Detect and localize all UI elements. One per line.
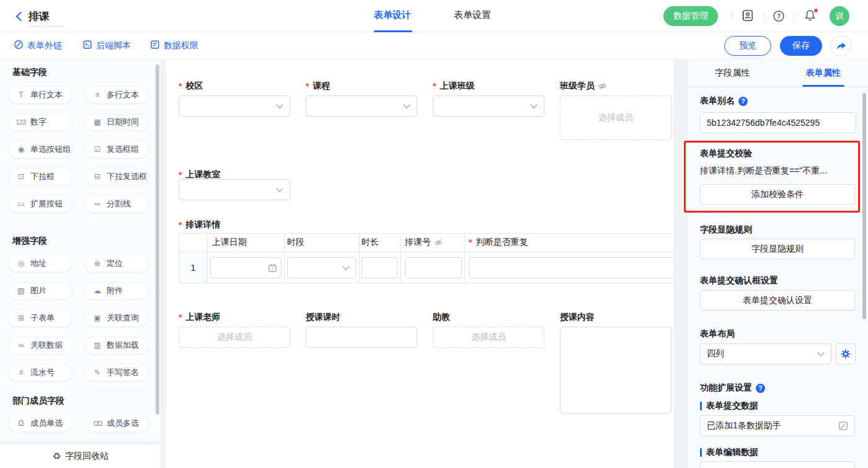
calendar-icon: 7	[268, 263, 277, 273]
preview-button[interactable]: 预览	[724, 36, 771, 56]
duration-input[interactable]	[361, 257, 397, 278]
field-pill-multi-line-text[interactable]: ≡多行文本	[84, 86, 149, 104]
schedule-no-input[interactable]	[405, 257, 462, 278]
submit-confirm-button[interactable]: 表单提交确认设置	[700, 290, 855, 311]
panel-scrollbar[interactable]	[862, 93, 866, 319]
back-button[interactable]	[14, 11, 26, 23]
field-pill-location[interactable]: ⊕定位	[84, 255, 149, 272]
notification-dot	[813, 8, 818, 13]
sidebar-scrollbar[interactable]	[156, 64, 159, 415]
data-manage-button[interactable]: 数据管理	[663, 6, 718, 26]
external-link-button[interactable]: 表单外链	[14, 40, 62, 51]
data-permission-button[interactable]: 数据权限	[150, 40, 198, 51]
properties-panel: 字段属性 表单属性 表单别名 ? 表单提交校验 排课详情.判断是否重复=="不重…	[686, 60, 868, 468]
field-pill-address[interactable]: ◎地址	[8, 255, 73, 272]
contact-book-icon[interactable]	[740, 9, 754, 25]
data-load-icon: ▥	[92, 341, 103, 350]
dropdown-icon: ⊡	[16, 172, 27, 181]
display-rules-button[interactable]: 字段显隐规则	[700, 239, 855, 259]
field-pill-data-load[interactable]: ▥数据加载	[84, 337, 149, 354]
field-label-assistant: 助教	[433, 312, 450, 323]
timeslot-select[interactable]	[287, 257, 356, 278]
share-button[interactable]	[830, 35, 851, 56]
form-toolbar: 表单外链 后端脚本 数据权限 预览 保存	[0, 32, 868, 60]
date-input[interactable]: 7	[210, 257, 281, 278]
svg-text:?: ?	[777, 13, 781, 20]
help-icon[interactable]: ?	[773, 10, 785, 25]
form-layout-title: 表单布局	[700, 329, 735, 340]
member-multi-icon: ΩΩ	[92, 420, 103, 427]
validation-rule-text[interactable]: 排课详情.判断是否重复=="不重...	[700, 166, 856, 177]
hours-input[interactable]	[306, 327, 417, 348]
field-pill-checkbox-group[interactable]: ☑复选框组	[84, 141, 149, 158]
field-pill-image[interactable]: ▨图片	[8, 282, 73, 299]
chevron-down-icon	[530, 101, 537, 108]
field-pill-signature[interactable]: ✎手写签名	[84, 364, 149, 381]
active-tab-underline	[802, 85, 844, 87]
group-title-member-fields: 部门成员字段	[8, 395, 153, 407]
member-single-icon: Ω	[16, 419, 27, 428]
active-tab-underline	[374, 30, 412, 32]
dropdown-multi-icon: ⊟	[92, 172, 103, 181]
tab-form-settings[interactable]: 表单设置	[454, 9, 491, 21]
submit-data-assistant[interactable]: 已添加1条数据助手	[700, 415, 855, 436]
field-pill-radio-group[interactable]: ◉单选按钮组	[8, 141, 73, 158]
page-title: 排课	[29, 9, 50, 24]
question-icon[interactable]: ?	[756, 384, 765, 393]
edit-data-box[interactable]	[700, 461, 855, 468]
field-pill-dropdown-multi[interactable]: ⊟下拉复选框	[84, 168, 149, 185]
field-pill-member-single[interactable]: Ω成员单选	[8, 415, 73, 432]
column-header-duration: 时长	[361, 237, 379, 248]
tab-field-properties[interactable]: 字段属性	[687, 60, 778, 87]
assistant-member-picker[interactable]: 选择成员	[433, 327, 544, 348]
content-textarea[interactable]	[560, 327, 671, 413]
avatar[interactable]: 训	[830, 6, 849, 26]
form-alias-input[interactable]	[700, 112, 856, 133]
edit-icon[interactable]	[838, 421, 848, 431]
tab-form-design[interactable]: 表单设计	[374, 9, 411, 21]
field-pill-lookup-query[interactable]: ▣关联查询	[84, 309, 149, 327]
divider	[732, 11, 732, 21]
teacher-member-picker[interactable]: 选择成员	[179, 327, 290, 348]
schedule-detail-subform: 上课日期 时段 时长 排课号 判断是否重复 1 7	[179, 233, 673, 283]
field-label-teacher: 上课老师	[179, 312, 220, 323]
class-select[interactable]	[433, 95, 544, 117]
question-icon[interactable]: ?	[738, 97, 748, 106]
radio-group-icon: ◉	[16, 145, 27, 154]
chevron-left-icon	[16, 12, 26, 22]
column-header-schedule-no: 排课号	[405, 237, 443, 248]
students-member-picker[interactable]: 选择成员	[560, 95, 671, 140]
field-pill-number[interactable]: 123数字	[8, 113, 73, 131]
gear-icon	[841, 349, 851, 359]
chevron-down-icon	[342, 263, 349, 270]
divider	[764, 11, 764, 21]
field-pill-datetime[interactable]: ▦日期时间	[84, 113, 149, 131]
add-validation-button[interactable]: 添加校验条件	[700, 184, 855, 205]
column-header-date: 上课日期	[212, 237, 247, 248]
field-pill-extend-button[interactable]: ▭扩展按钮	[8, 195, 73, 213]
campus-select[interactable]	[179, 95, 290, 117]
field-pill-dropdown[interactable]: ⊡下拉框	[8, 168, 73, 185]
svg-text:7: 7	[272, 267, 274, 271]
classroom-select[interactable]	[179, 179, 290, 200]
edit-data-subtitle: 表单编辑数据	[700, 447, 758, 458]
tab-form-properties[interactable]: 表单属性	[778, 60, 868, 87]
field-pill-single-line-text[interactable]: T单行文本	[8, 86, 73, 104]
layout-settings-button[interactable]	[836, 343, 856, 364]
field-pill-member-multi[interactable]: ΩΩ成员多选	[84, 415, 149, 432]
address-icon: ◎	[16, 259, 27, 268]
field-label-hours: 授课课时	[306, 312, 340, 323]
backend-script-button[interactable]: 后端脚本	[82, 40, 131, 51]
layout-select[interactable]: 四列	[700, 343, 831, 364]
duplicate-check-input[interactable]	[469, 257, 673, 278]
course-select[interactable]	[306, 95, 417, 117]
script-icon	[82, 40, 92, 51]
field-pill-divider[interactable]: ═分割线	[84, 195, 149, 213]
field-recycle-bin[interactable]: ♻ 字段回收站	[0, 444, 161, 468]
field-pill-related-data[interactable]: ∞关联数据	[8, 337, 73, 354]
field-pill-serial-no[interactable]: #流水号	[8, 364, 73, 381]
save-button[interactable]: 保存	[780, 36, 822, 56]
serial-no-icon: #	[16, 368, 27, 377]
field-pill-attachment[interactable]: ☁附件	[84, 282, 149, 299]
field-pill-subform[interactable]: ⊞子表单	[8, 309, 73, 327]
